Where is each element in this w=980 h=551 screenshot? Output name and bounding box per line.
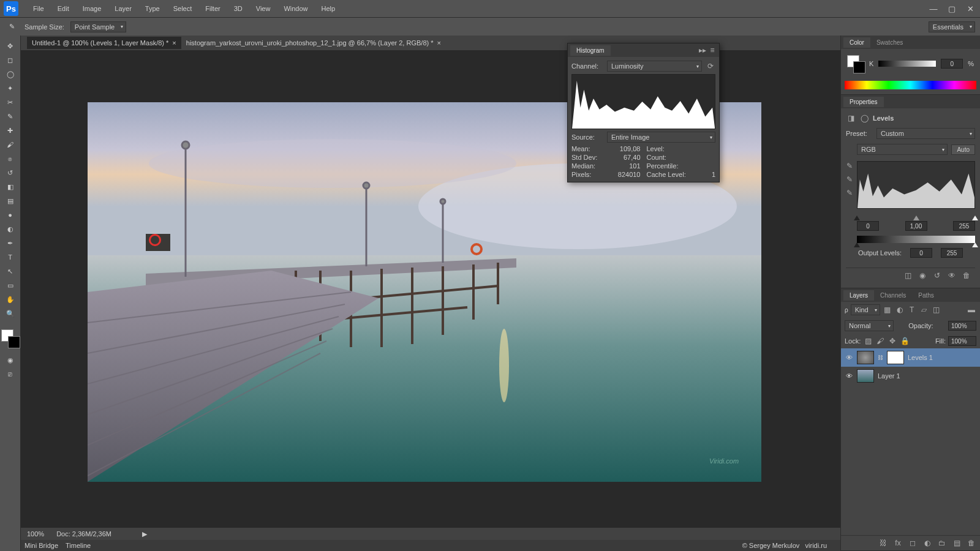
link-layers-icon[interactable]: ⛓	[878, 538, 888, 548]
color-picker-swatches[interactable]	[847, 55, 864, 72]
gradient-tool-icon[interactable]: ▤	[2, 194, 18, 208]
menu-type[interactable]: Type	[139, 2, 166, 15]
clip-icon[interactable]: ◫	[903, 271, 913, 280]
shape-tool-icon[interactable]: ▭	[2, 279, 18, 292]
tab-color[interactable]: Color	[843, 37, 870, 48]
auto-button[interactable]: Auto	[951, 144, 975, 155]
marquee-tool-icon[interactable]: ◻	[2, 53, 18, 67]
filter-shape-icon[interactable]: ▱	[919, 305, 929, 315]
tab-mini-bridge[interactable]: Mini Bridge	[24, 542, 58, 549]
mask-thumb[interactable]	[887, 351, 904, 364]
hue-strip[interactable]	[845, 81, 976, 89]
menu-filter[interactable]: Filter	[199, 2, 226, 15]
lock-position-icon[interactable]: ✥	[888, 336, 897, 346]
collapse-icon[interactable]: ▸▸	[699, 45, 709, 55]
visibility-icon[interactable]: 👁	[947, 271, 957, 280]
gray-point-eyedropper-icon[interactable]: ✎	[845, 174, 854, 184]
tab-layers[interactable]: Layers	[843, 290, 874, 301]
filter-toggle-icon[interactable]: ▬	[967, 305, 976, 315]
output-black[interactable]	[910, 248, 932, 258]
menu-file[interactable]: File	[27, 2, 50, 15]
fill-input[interactable]	[948, 336, 976, 346]
menu-window[interactable]: Window	[277, 2, 314, 15]
lock-all-icon[interactable]: 🔒	[900, 336, 910, 346]
pen-tool-icon[interactable]: ✒	[2, 236, 18, 250]
menu-layer[interactable]: Layer	[108, 2, 138, 15]
move-tool-icon[interactable]: ✥	[2, 39, 18, 53]
stamp-tool-icon[interactable]: ⍟	[2, 152, 18, 165]
black-slider[interactable]	[854, 216, 860, 220]
filter-type-icon[interactable]: T	[907, 305, 917, 315]
lock-transparent-icon[interactable]: ▨	[863, 336, 873, 346]
histogram-source-dropdown[interactable]: Entire Image	[607, 132, 715, 143]
history-brush-icon[interactable]: ↺	[2, 166, 18, 179]
adjustment-icon[interactable]: ◐	[922, 538, 932, 548]
layer-name[interactable]: Levels 1	[908, 354, 933, 361]
histogram-panel[interactable]: Histogram ▸▸ ≡ Channel: Luminosity ⟳ Sou…	[567, 43, 720, 182]
tab-swatches[interactable]: Swatches	[870, 37, 909, 48]
dodge-tool-icon[interactable]: ◐	[2, 222, 18, 236]
menu-help[interactable]: Help	[315, 2, 342, 15]
link-icon[interactable]: ⛓	[878, 354, 883, 361]
trash-icon[interactable]: 🗑	[962, 271, 971, 280]
color-swatches[interactable]	[1, 326, 20, 344]
tab-close-icon[interactable]: ×	[172, 39, 176, 47]
layer-item[interactable]: 👁 Layer 1	[841, 367, 980, 385]
visibility-toggle-icon[interactable]: 👁	[845, 354, 853, 361]
delete-layer-icon[interactable]: 🗑	[967, 538, 976, 548]
k-slider[interactable]	[878, 61, 936, 67]
menu-select[interactable]: Select	[167, 2, 198, 15]
levels-histogram[interactable]	[857, 161, 975, 209]
filter-adjust-icon[interactable]: ◐	[895, 305, 905, 315]
minimize-icon[interactable]: —	[927, 4, 940, 13]
brush-tool-icon[interactable]: 🖌	[2, 138, 18, 151]
hand-tool-icon[interactable]: ✋	[2, 293, 18, 306]
menu-image[interactable]: Image	[77, 2, 108, 15]
new-layer-icon[interactable]: ▤	[952, 538, 962, 548]
background-color[interactable]	[8, 336, 20, 348]
eyedropper-icon[interactable]: ✎	[2, 110, 18, 123]
black-point-eyedropper-icon[interactable]: ✎	[845, 161, 854, 171]
visibility-toggle-icon[interactable]: 👁	[845, 372, 853, 380]
white-point-eyedropper-icon[interactable]: ✎	[845, 188, 854, 198]
menu-3d[interactable]: 3D	[228, 2, 249, 15]
tab-histogram[interactable]: Histogram	[570, 45, 611, 56]
menu-edit[interactable]: Edit	[51, 2, 75, 15]
filter-smart-icon[interactable]: ◫	[932, 305, 941, 315]
opacity-input[interactable]	[948, 321, 976, 331]
menu-view[interactable]: View	[250, 2, 277, 15]
mask-icon[interactable]: ◯	[859, 113, 869, 123]
prev-state-icon[interactable]: ◉	[918, 271, 927, 280]
output-gradient[interactable]	[857, 236, 975, 243]
document-tab[interactable]: histogram_yarkost_urovni_uroki_photoshop…	[181, 37, 446, 49]
input-black[interactable]	[857, 221, 879, 231]
zoom-tool-icon[interactable]: 🔍	[2, 307, 18, 320]
eraser-tool-icon[interactable]: ◧	[2, 180, 18, 193]
blend-mode-dropdown[interactable]: Normal	[845, 320, 894, 331]
preset-dropdown[interactable]: Custom	[876, 128, 975, 139]
mask-icon[interactable]: ◻	[908, 538, 918, 548]
maximize-icon[interactable]: ▢	[946, 4, 958, 13]
layer-thumb[interactable]	[857, 369, 874, 383]
input-gamma[interactable]	[905, 221, 927, 231]
tab-close-icon[interactable]: ×	[437, 39, 441, 47]
panel-menu-icon[interactable]: ≡	[709, 45, 719, 55]
channel-dropdown[interactable]: RGB	[857, 144, 948, 155]
reset-icon[interactable]: ↺	[932, 271, 942, 280]
layer-item[interactable]: 👁 ⛓ Levels 1	[841, 348, 980, 367]
gamma-slider[interactable]	[913, 216, 919, 220]
output-black-slider[interactable]	[854, 242, 860, 247]
screenmode-icon[interactable]: ⎚	[2, 367, 18, 381]
tab-paths[interactable]: Paths	[912, 290, 940, 301]
filter-kind-dropdown[interactable]: Kind	[851, 304, 880, 315]
output-white-slider[interactable]	[972, 242, 978, 247]
zoom-level[interactable]: 100%	[27, 530, 44, 538]
sample-size-dropdown[interactable]: Point Sample	[70, 21, 126, 32]
type-tool-icon[interactable]: T	[2, 250, 18, 264]
crop-tool-icon[interactable]: ✂	[2, 96, 18, 109]
quickmask-icon[interactable]: ◉	[2, 353, 18, 367]
wand-tool-icon[interactable]: ✦	[2, 81, 18, 95]
fx-icon[interactable]: fx	[893, 538, 903, 548]
group-icon[interactable]: 🗀	[937, 538, 947, 548]
k-input[interactable]	[941, 59, 963, 69]
